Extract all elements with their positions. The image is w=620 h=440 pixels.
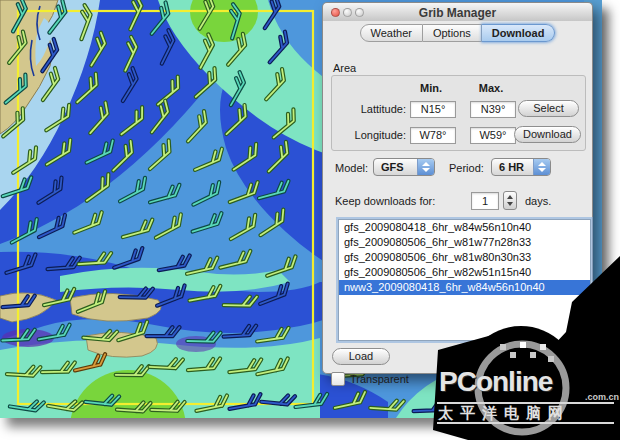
watermark-divider <box>437 422 614 424</box>
model-popup[interactable]: GFS <box>373 158 435 176</box>
longitude-label: Longitude: <box>334 129 406 141</box>
tab-weather[interactable]: Weather <box>360 24 423 42</box>
tab-bar: Weather Options Download <box>323 24 592 42</box>
transparent-checkbox[interactable] <box>331 372 345 386</box>
window-title: Grib Manager <box>323 6 592 20</box>
download-button[interactable]: Download <box>514 126 581 143</box>
grib-manager-dialog: Grib Manager Weather Options Download Ar… <box>322 2 593 374</box>
min-column-header: Min. <box>409 82 453 94</box>
file-list-item[interactable]: gfs_2009080418_6hr_w84w56n10n40 <box>339 220 590 235</box>
latitude-max-field[interactable]: N39° <box>470 101 516 118</box>
keep-downloads-suffix: days. <box>525 195 551 207</box>
file-list-item[interactable]: gfs_2009080506_6hr_w81w80n30n33 <box>339 250 590 265</box>
select-button[interactable]: Select <box>518 100 579 117</box>
max-column-header: Max. <box>469 82 513 94</box>
close-button[interactable]: Close <box>523 348 583 365</box>
transparent-label: Transparent <box>350 373 409 385</box>
file-list[interactable]: gfs_2009080418_6hr_w84w56n10n40gfs_20090… <box>338 219 591 341</box>
period-label: Period: <box>449 162 484 174</box>
popup-stepper-icon <box>417 159 434 175</box>
tab-options[interactable]: Options <box>423 24 482 42</box>
file-list-item[interactable]: gfs_2009080506_6hr_w82w51n15n40 <box>339 265 590 280</box>
tab-download[interactable]: Download <box>482 24 556 42</box>
dialog-body: Weather Options Download Area Min. Max. … <box>322 21 593 374</box>
screenshot-stage: Grib Manager Weather Options Download Ar… <box>0 0 620 440</box>
area-group-label: Area <box>333 62 356 74</box>
transparent-option[interactable]: Transparent <box>331 372 409 386</box>
file-list-item[interactable]: nww3_2009080418_6hr_w84w56n10n40 <box>339 280 590 295</box>
longitude-max-field[interactable]: W59° <box>470 127 516 144</box>
keep-downloads-field[interactable]: 1 <box>471 192 499 210</box>
dialog-titlebar[interactable]: Grib Manager <box>322 2 593 21</box>
longitude-min-field[interactable]: W78° <box>410 127 456 144</box>
file-list-item[interactable]: gfs_2009080506_6hr_w81w77n28n33 <box>339 235 590 250</box>
latitude-label: Lattitude: <box>334 103 406 115</box>
area-group-box: Min. Max. Lattitude: N15° N39° Longitude… <box>331 75 586 151</box>
keep-downloads-label: Keep downloads for: <box>335 195 435 207</box>
model-label: Model: <box>335 162 368 174</box>
popup-stepper-icon <box>533 159 550 175</box>
period-popup[interactable]: 6 HR <box>491 158 551 176</box>
latitude-min-field[interactable]: N15° <box>410 101 456 118</box>
model-popup-value: GFS <box>381 160 404 175</box>
period-popup-value: 6 HR <box>499 160 524 175</box>
load-button[interactable]: Load <box>332 348 390 365</box>
keep-downloads-stepper[interactable] <box>503 191 517 210</box>
